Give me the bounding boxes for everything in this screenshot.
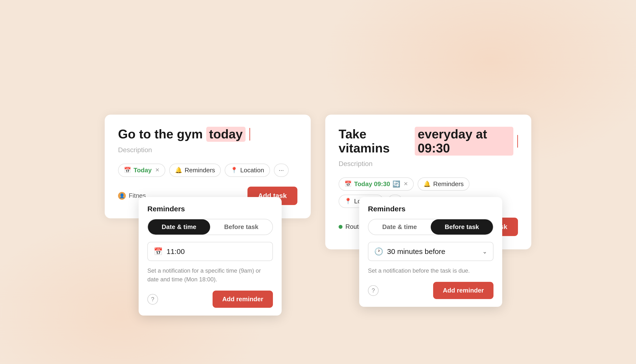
tab-before-vitamins[interactable]: Before task <box>431 219 493 234</box>
reminder-icon-gym: 🔔 <box>175 167 182 174</box>
card-gym-title: Go to the gym today <box>118 127 298 142</box>
time-input-gym[interactable] <box>166 248 266 256</box>
title-cursor-vitamins <box>517 135 518 148</box>
tab-datetime-vitamins[interactable]: Date & time <box>368 219 431 234</box>
date-close-gym[interactable]: ✕ <box>155 167 160 173</box>
calendar-icon-vitamins: 📅 <box>344 180 352 187</box>
routines-dot-vitamins <box>338 225 342 229</box>
reminders-tag-gym[interactable]: 🔔 Reminders <box>169 164 221 177</box>
reminder-icon-vitamins: 🔔 <box>424 180 431 187</box>
date-label-gym: Today <box>134 166 152 174</box>
main-container: Go to the gym today Description 📅 Today … <box>105 115 531 249</box>
location-icon-vitamins: 📍 <box>344 198 352 204</box>
card-vitamins: Take vitamins everyday at 09:30 Descript… <box>325 115 531 249</box>
date-label-vitamins: Today 09:30 <box>354 180 390 188</box>
add-reminder-btn-gym[interactable]: Add reminder <box>212 290 273 308</box>
date-close-vitamins[interactable]: ✕ <box>404 181 408 187</box>
tab-switcher-gym: Date & time Before task <box>147 219 273 235</box>
reminders-popup-gym: Reminders Date & time Before task 📅 Set … <box>139 197 282 316</box>
date-tag-gym[interactable]: 📅 Today ✕ <box>118 164 165 177</box>
title-prefix-vitamins: Take vitamins <box>338 127 411 155</box>
popup-hint-gym: Set a notification for a specific time (… <box>147 266 273 284</box>
dropdown-icon-vitamins: 🕐 <box>374 247 383 256</box>
date-tag-vitamins[interactable]: 📅 Today 09:30 🔄 ✕ <box>338 178 414 191</box>
tab-datetime-gym[interactable]: Date & time <box>148 219 210 234</box>
add-reminder-btn-vitamins[interactable]: Add reminder <box>433 282 494 299</box>
title-highlight-gym: today <box>206 127 246 142</box>
popup-title-vitamins: Reminders <box>368 205 494 213</box>
popup-title-gym: Reminders <box>147 205 273 213</box>
before-dropdown-vitamins[interactable]: 🕐 30 minutes before ⌄ <box>368 242 494 261</box>
reminders-tag-vitamins[interactable]: 🔔 Reminders <box>418 178 470 191</box>
help-icon-vitamins[interactable]: ? <box>368 285 378 296</box>
title-highlight-vitamins: everyday at 09:30 <box>415 127 513 155</box>
calendar-icon-gym: 📅 <box>124 167 131 174</box>
help-icon-gym[interactable]: ? <box>147 294 158 305</box>
project-icon-gym: 👤 <box>118 192 126 200</box>
popup-footer-gym: ? Add reminder <box>147 290 273 308</box>
reminders-popup-vitamins: Reminders Date & time Before task 🕐 30 m… <box>359 197 502 307</box>
reminders-label-gym: Reminders <box>185 166 215 174</box>
repeat-icon-vitamins: 🔄 <box>392 180 400 188</box>
tab-switcher-vitamins: Date & time Before task <box>368 219 494 235</box>
tab-before-gym[interactable]: Before task <box>210 219 272 234</box>
time-input-wrapper-gym: 📅 <box>147 242 273 261</box>
time-input-icon-gym: 📅 <box>154 247 163 256</box>
location-icon-gym: 📍 <box>230 167 238 174</box>
location-tag-gym[interactable]: 📍 Location <box>225 164 270 177</box>
title-cursor-gym <box>250 128 250 140</box>
title-prefix-gym: Go to the gym <box>118 127 203 141</box>
card-gym: Go to the gym today Description 📅 Today … <box>105 115 311 218</box>
reminders-label-vitamins: Reminders <box>433 180 464 188</box>
tag-bar-gym: 📅 Today ✕ 🔔 Reminders 📍 Location ··· <box>118 164 298 177</box>
location-label-gym: Location <box>240 166 264 174</box>
card-vitamins-title: Take vitamins everyday at 09:30 <box>338 127 518 155</box>
dropdown-value-vitamins: 30 minutes before <box>387 248 478 256</box>
card-gym-description: Description <box>118 146 298 154</box>
more-tag-gym[interactable]: ··· <box>274 164 289 177</box>
popup-hint-vitamins: Set a notification before the task is du… <box>368 266 494 275</box>
card-vitamins-description: Description <box>338 160 518 168</box>
popup-footer-vitamins: ? Add reminder <box>368 282 494 299</box>
dropdown-chevron-vitamins: ⌄ <box>482 248 487 255</box>
